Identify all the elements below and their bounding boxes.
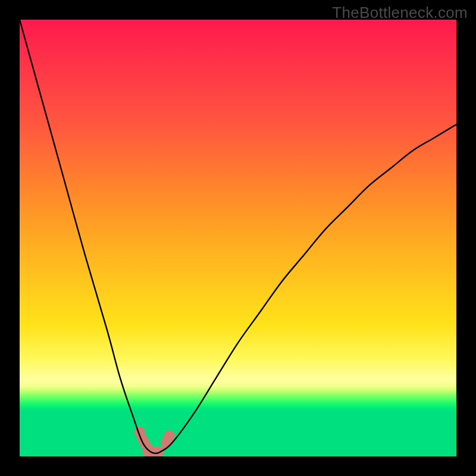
- bottleneck-curve: [20, 20, 456, 453]
- chart-frame: [20, 20, 456, 456]
- marker-segment: [166, 436, 170, 443]
- chart-svg: [20, 20, 456, 456]
